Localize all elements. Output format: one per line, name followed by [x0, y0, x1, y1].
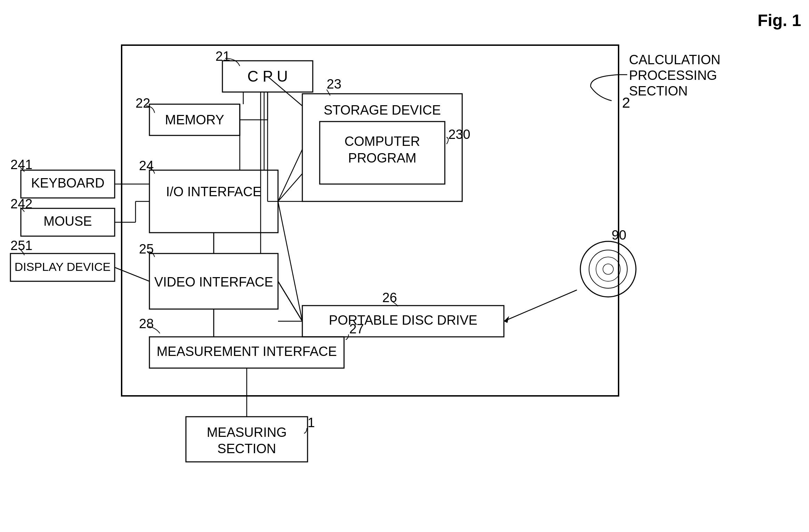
svg-line-7 — [278, 149, 302, 201]
storage-device-label: STORAGE DEVICE — [324, 103, 441, 117]
measuring-section-label2: SECTION — [218, 441, 276, 456]
disc-ring2 — [596, 257, 620, 281]
measuring-section-label1: MEASURING — [207, 425, 287, 440]
calc-processing-label-line3: SECTION — [629, 84, 688, 98]
ref-241: 241 — [10, 157, 32, 172]
ref-25: 25 — [139, 242, 154, 256]
disc-hole — [603, 264, 613, 274]
io-interface-box — [149, 170, 278, 233]
ref-22: 22 — [136, 96, 150, 110]
memory-label: MEMORY — [165, 113, 224, 127]
ref-1: 1 — [308, 415, 315, 430]
ref-21: 21 — [215, 49, 230, 64]
ref-27: 27 — [349, 322, 364, 336]
svg-line-22 — [278, 174, 302, 201]
disc-arrow-line — [504, 290, 577, 321]
cpu-label: C P U — [247, 68, 288, 85]
io-interface-label1: I/O INTERFACE — [166, 184, 261, 199]
disc-ring1 — [589, 250, 627, 288]
display-video-line — [115, 267, 149, 281]
video-interface-label: VIDEO INTERFACE — [154, 275, 273, 289]
calculation-processing-box — [122, 45, 619, 396]
calc-processing-label-line2: PROCESSING — [629, 68, 717, 83]
computer-program-label1: COMPUTER — [344, 134, 420, 149]
ref-26: 26 — [382, 290, 397, 305]
ref-2: 2 — [622, 94, 630, 111]
calc-processing-label-line1: CALCULATION — [629, 52, 720, 67]
diagram-container: Fig. 1 CALCULATION PROCESSING SECTION 2 … — [0, 0, 809, 532]
ref-90: 90 — [612, 228, 626, 242]
keyboard-label: KEYBOARD — [31, 176, 104, 190]
figure-title: Fig. 1 — [758, 11, 801, 30]
ref-28: 28 — [139, 316, 154, 331]
mouse-label: MOUSE — [43, 214, 92, 228]
ref-24: 24 — [139, 158, 154, 173]
ref-230: 230 — [448, 127, 470, 142]
measurement-interface-label: MEASUREMENT INTERFACE — [157, 344, 337, 359]
svg-line-8 — [278, 201, 302, 321]
ref-23: 23 — [327, 77, 341, 91]
display-device-label: DISPLAY DEVICE — [15, 260, 111, 273]
computer-program-label2: PROGRAM — [348, 151, 416, 165]
